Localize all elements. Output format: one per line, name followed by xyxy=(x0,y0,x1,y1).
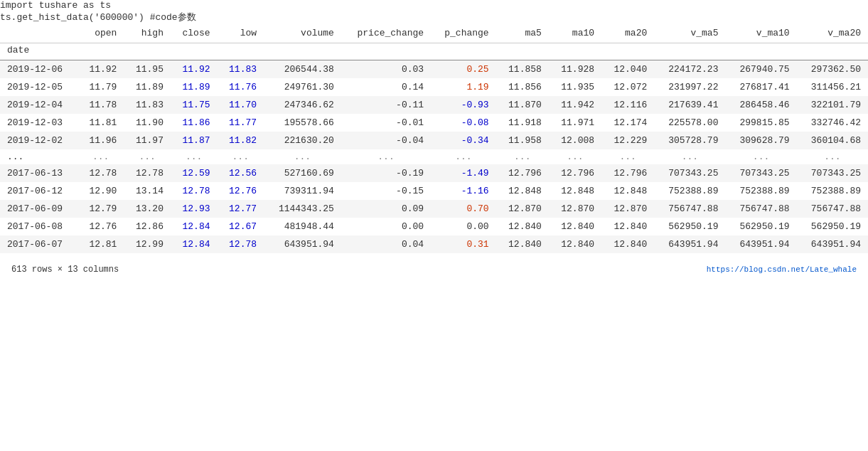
attribution-link: https://blog.csdn.net/Late_whale xyxy=(707,265,857,274)
cell-ma10: 12.848 xyxy=(549,182,601,200)
cell-open: 11.79 xyxy=(77,78,124,96)
cell-ma20: 12.796 xyxy=(601,164,654,182)
cell-v-ma10: 562950.19 xyxy=(725,218,796,235)
function-call: ts.get_hist_data( xyxy=(0,12,95,23)
cell-date: 2017-06-13 xyxy=(0,164,77,182)
cell-high: 12.99 xyxy=(124,235,171,253)
cell-high: 12.78 xyxy=(124,164,171,182)
cell-volume: 1144343.25 xyxy=(264,200,341,218)
cell-volume: 206544.38 xyxy=(264,60,341,79)
th-close: close xyxy=(171,23,218,43)
cell-date: 2017-06-12 xyxy=(0,182,77,200)
ellipsis: ... xyxy=(77,149,124,164)
cell-price-change: -0.11 xyxy=(341,96,431,114)
ellipsis: ... xyxy=(725,149,796,164)
cell-ma5: 12.796 xyxy=(496,164,549,182)
ellipsis: ... xyxy=(341,149,431,164)
cell-v-ma5: 231997.22 xyxy=(654,78,725,96)
module-name: tushare xyxy=(39,0,83,11)
cell-v-ma10: 756747.88 xyxy=(725,200,796,218)
table-row: 2019-12-04 11.78 11.83 11.75 11.70 24734… xyxy=(0,96,868,114)
cell-v-ma20: 756747.88 xyxy=(797,200,868,218)
cell-high: 12.86 xyxy=(124,218,171,235)
cell-close: 11.92 xyxy=(171,60,218,79)
cell-low: 12.78 xyxy=(218,235,264,253)
ellipsis: ... xyxy=(654,149,725,164)
ellipsis: ... xyxy=(797,149,868,164)
cell-date: 2019-12-02 xyxy=(0,132,77,149)
cell-ma20: 12.840 xyxy=(601,218,654,235)
cell-v-ma5: 305728.79 xyxy=(654,132,725,149)
th-high: high xyxy=(124,23,171,43)
cell-v-ma5: 756747.88 xyxy=(654,200,725,218)
th-open: open xyxy=(77,23,124,43)
cell-date: 2017-06-08 xyxy=(0,218,77,235)
cell-v-ma10: 267940.75 xyxy=(725,60,796,79)
cell-high: 13.20 xyxy=(124,200,171,218)
ellipsis: ... xyxy=(124,149,171,164)
cell-v-ma10: 286458.46 xyxy=(725,96,796,114)
cell-p-change: 0.00 xyxy=(431,218,496,235)
cell-high: 11.95 xyxy=(124,60,171,79)
cell-volume: 643951.94 xyxy=(264,235,341,253)
cell-p-change: 0.70 xyxy=(431,200,496,218)
cell-ma10: 11.928 xyxy=(549,60,601,79)
cell-price-change: 0.09 xyxy=(341,200,431,218)
footer: 613 rows × 13 columns https://blog.csdn.… xyxy=(0,259,868,280)
ellipsis: ... xyxy=(549,149,601,164)
cell-p-change: -0.08 xyxy=(431,114,496,132)
cell-high: 11.97 xyxy=(124,132,171,149)
cell-p-change: -0.34 xyxy=(431,132,496,149)
cell-close: 12.84 xyxy=(171,218,218,235)
ellipsis: ... xyxy=(218,149,264,164)
ellipsis: ... xyxy=(431,149,496,164)
cell-volume: 249761.30 xyxy=(264,78,341,96)
cell-date: 2019-12-05 xyxy=(0,78,77,96)
code-block-2: ts.get_hist_data('600000') #code参数 xyxy=(0,11,868,23)
cell-price-change: -0.01 xyxy=(341,114,431,132)
th-low: low xyxy=(218,23,264,43)
cell-ma10: 11.971 xyxy=(549,114,601,132)
cell-price-change: 0.04 xyxy=(341,235,431,253)
cell-low: 11.77 xyxy=(218,114,264,132)
cell-v-ma5: 224172.23 xyxy=(654,60,725,79)
cell-v-ma5: 752388.89 xyxy=(654,182,725,200)
cell-p-change: 0.25 xyxy=(431,60,496,79)
cell-v-ma20: 752388.89 xyxy=(797,182,868,200)
table-row: 2017-06-09 12.79 13.20 12.93 12.77 11443… xyxy=(0,200,868,218)
cell-open: 11.81 xyxy=(77,114,124,132)
ellipsis-row: ... ... ... ... ... ... ... ... ... ... … xyxy=(0,149,868,164)
cell-low: 11.82 xyxy=(218,132,264,149)
cell-v-ma20: 562950.19 xyxy=(797,218,868,235)
cell-close: 11.86 xyxy=(171,114,218,132)
cell-high: 11.90 xyxy=(124,114,171,132)
cell-date: 2019-12-04 xyxy=(0,96,77,114)
cell-low: 12.77 xyxy=(218,200,264,218)
alias-name: ts xyxy=(100,0,111,11)
keyword-as: as xyxy=(83,0,95,11)
cell-ma10: 12.796 xyxy=(549,164,601,182)
cell-ma10: 12.840 xyxy=(549,235,601,253)
cell-ma20: 12.840 xyxy=(601,235,654,253)
th-p-change: p_change xyxy=(431,23,496,43)
cell-close: 11.75 xyxy=(171,96,218,114)
cell-v-ma5: 707343.25 xyxy=(654,164,725,182)
th-ma5: ma5 xyxy=(496,23,549,43)
table-row: 2019-12-02 11.96 11.97 11.87 11.82 22163… xyxy=(0,132,868,149)
cell-date: 2019-12-03 xyxy=(0,114,77,132)
cell-price-change: -0.19 xyxy=(341,164,431,182)
cell-open: 12.78 xyxy=(77,164,124,182)
cell-v-ma20: 360104.68 xyxy=(797,132,868,149)
cell-price-change: -0.04 xyxy=(341,132,431,149)
cell-date: 2017-06-09 xyxy=(0,200,77,218)
cell-low: 11.83 xyxy=(218,60,264,79)
th-spacer xyxy=(77,43,868,60)
th-ma10: ma10 xyxy=(549,23,601,43)
code-block-1: import tushare as ts xyxy=(0,0,868,11)
row-count-summary: 613 rows × 13 columns xyxy=(11,265,119,275)
cell-ma10: 12.840 xyxy=(549,218,601,235)
cell-ma20: 12.040 xyxy=(601,60,654,79)
cell-ma10: 11.942 xyxy=(549,96,601,114)
cell-v-ma10: 276817.41 xyxy=(725,78,796,96)
cell-ma5: 11.870 xyxy=(496,96,549,114)
